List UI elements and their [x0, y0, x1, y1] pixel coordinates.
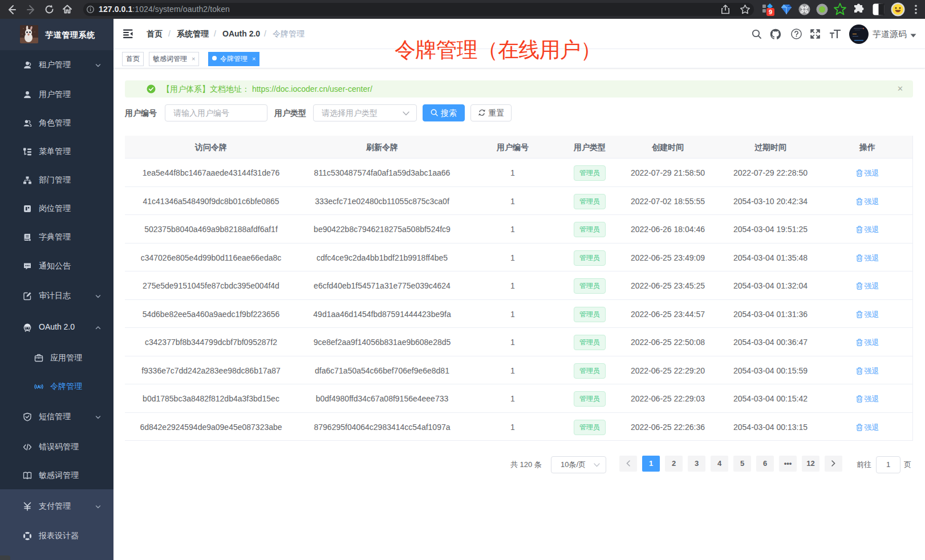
- svg-text:9: 9: [769, 9, 772, 15]
